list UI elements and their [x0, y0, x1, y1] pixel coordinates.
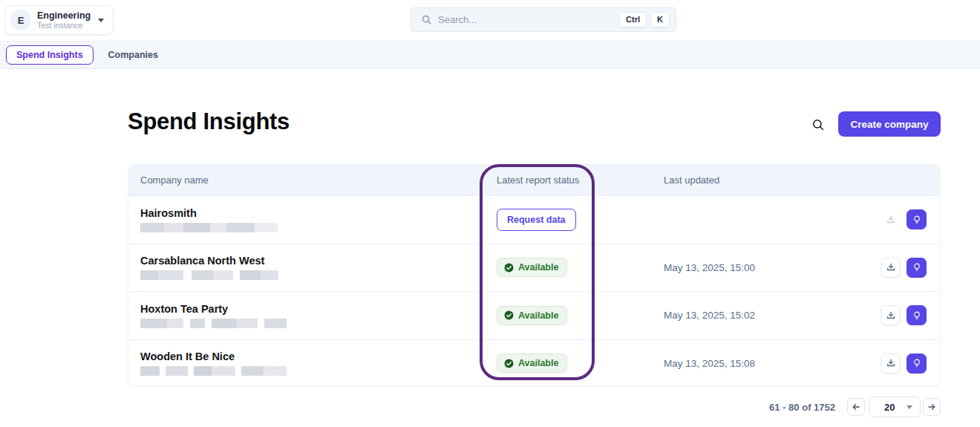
spend-insights-button[interactable] [906, 305, 927, 325]
download-report-button[interactable] [881, 258, 901, 278]
last-updated: May 13, 2025, 15:00 [664, 262, 872, 273]
tab-spend-insights[interactable]: Spend Insights [6, 45, 94, 65]
download-report-button [881, 209, 901, 229]
last-updated: May 13, 2025, 15:08 [664, 358, 872, 369]
lightbulb-icon [912, 262, 922, 273]
table-row[interactable]: Hairosmith Request data [128, 195, 940, 244]
spend-insights-button[interactable] [906, 209, 927, 229]
table-row[interactable]: Hoxton Tea Party Available May 13, 2025,… [128, 291, 940, 339]
page-title: Spend Insights [128, 108, 290, 135]
global-search[interactable]: Ctrl K [411, 7, 676, 32]
download-icon [886, 310, 896, 321]
workspace-switcher[interactable]: E Engineering Test instance [4, 5, 114, 35]
search-icon [811, 118, 825, 131]
download-icon [886, 262, 896, 273]
check-circle-icon [504, 359, 514, 368]
column-header-latest-report-status: Latest report status [497, 175, 664, 186]
redacted-text [140, 319, 497, 328]
company-name: Wooden It Be Nice [140, 351, 497, 362]
redacted-text [140, 270, 497, 280]
pagination: 61 - 80 of 1752 20 [0, 395, 941, 419]
lightbulb-icon [912, 215, 922, 225]
chevron-down-icon [98, 19, 104, 22]
company-name: Hairosmith [140, 207, 497, 219]
tab-companies[interactable]: Companies [107, 45, 160, 65]
arrow-left-icon [851, 402, 861, 412]
download-report-button[interactable] [881, 353, 901, 374]
status-badge-available: Available [497, 258, 567, 277]
redacted-text [140, 366, 497, 376]
company-name: Hoxton Tea Party [140, 303, 497, 315]
lightbulb-icon [912, 310, 922, 321]
table-row[interactable]: Carsablanca North West Available May 13,… [128, 244, 940, 292]
download-report-button[interactable] [881, 305, 901, 325]
spend-insights-button[interactable] [906, 258, 927, 278]
page-size-value: 20 [884, 402, 895, 413]
workspace-avatar: E [10, 10, 31, 30]
chevron-down-icon [906, 405, 912, 409]
workspace-texts: Engineering Test instance [37, 10, 91, 30]
next-page-button[interactable] [923, 398, 941, 416]
companies-table: Company name Latest report status Last u… [128, 164, 941, 386]
search-input[interactable] [432, 14, 615, 25]
column-header-company-name: Company name [128, 175, 497, 186]
search-icon [421, 14, 432, 25]
app-screen: E Engineering Test instance Ctrl K Spend… [0, 0, 980, 427]
request-data-button[interactable]: Request data [497, 209, 576, 231]
redacted-text [140, 223, 497, 232]
column-header-last-updated: Last updated [664, 175, 872, 186]
check-circle-icon [504, 310, 514, 320]
last-updated: May 13, 2025, 15:02 [664, 310, 872, 321]
check-circle-icon [504, 263, 514, 273]
workspace-subtitle: Test instance [37, 21, 91, 30]
company-name: Carsablanca North West [140, 255, 497, 267]
lightbulb-icon [912, 358, 922, 368]
table-row[interactable]: Wooden It Be Nice Available May 13, 2025… [128, 339, 940, 387]
workspace-name: Engineering [37, 10, 91, 21]
page-size-select[interactable]: 20 [869, 397, 921, 417]
spend-insights-button[interactable] [906, 353, 927, 374]
previous-page-button[interactable] [847, 398, 865, 416]
shortcut-k-key: K [650, 12, 670, 27]
arrow-right-icon [927, 402, 937, 412]
table-header-row: Company name Latest report status Last u… [128, 165, 940, 195]
top-bar: E Engineering Test instance Ctrl K [0, 0, 980, 41]
status-badge-available: Available [497, 306, 567, 325]
shortcut-ctrl-key: Ctrl [619, 12, 647, 27]
nav-tab-bar: Spend Insights Companies [0, 41, 980, 69]
download-icon [886, 358, 896, 368]
create-company-button[interactable]: Create company [838, 111, 941, 137]
download-icon [886, 215, 896, 225]
status-badge-available: Available [497, 353, 567, 373]
table-search-button[interactable] [809, 116, 827, 134]
pagination-range: 61 - 80 of 1752 [769, 402, 835, 413]
